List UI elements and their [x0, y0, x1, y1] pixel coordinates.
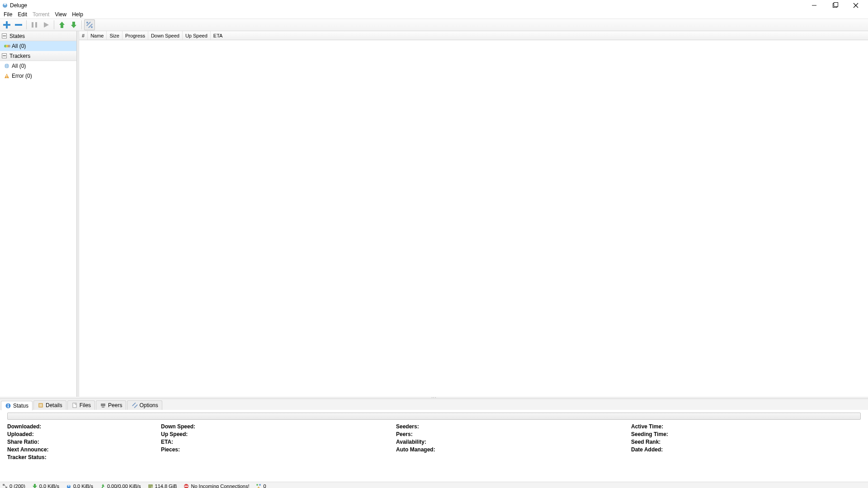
svg-point-48: [151, 487, 152, 488]
sidebar-item-trackers-error[interactable]: Error (0): [0, 71, 76, 81]
sb-connections[interactable]: 0 (200): [2, 483, 25, 488]
queue-down-button[interactable]: [68, 19, 79, 30]
toolbar-separator: [54, 20, 54, 29]
upload-icon: [66, 483, 72, 488]
sb-protocol[interactable]: 0.00/0.00 KiB/s: [99, 483, 141, 488]
status-label: Downloaded:: [7, 423, 161, 430]
arrow-up-icon: [58, 21, 66, 28]
svg-rect-36: [101, 404, 105, 406]
sb-value: No Incoming Connections!: [191, 483, 249, 488]
sidebar-item-trackers-all[interactable]: All (0): [0, 61, 76, 71]
play-icon: [43, 22, 49, 28]
status-label: Next Announce:: [7, 446, 161, 453]
maximize-button[interactable]: [825, 0, 845, 10]
network-icon: [2, 483, 8, 488]
col-progress[interactable]: Progress: [123, 31, 148, 40]
queue-up-button[interactable]: [57, 19, 67, 30]
tab-label: Peers: [108, 402, 122, 408]
files-icon: [71, 402, 78, 408]
menu-torrent: Torrent: [30, 11, 52, 18]
tab-label: Files: [80, 402, 91, 408]
status-bar: 0 (200) 0.0 KiB/s 0.0 KiB/s 0.00/0.00 Ki…: [0, 482, 868, 488]
status-label: Date Added:: [631, 446, 861, 453]
col-size[interactable]: Size: [107, 31, 122, 40]
tab-label: Status: [13, 403, 28, 409]
window-title: Deluge: [10, 2, 27, 9]
col-name[interactable]: Name: [88, 31, 107, 40]
sidebar-group-label: Trackers: [9, 53, 30, 59]
status-label: Availability:: [396, 439, 631, 445]
sb-value: 0.0 KiB/s: [73, 483, 93, 488]
svg-marker-46: [101, 484, 104, 488]
status-label: Seed Rank:: [631, 439, 861, 445]
svg-rect-39: [132, 403, 136, 406]
svg-rect-40: [3, 484, 5, 486]
status-label: Pieces:: [161, 446, 396, 453]
peers-icon: [100, 402, 106, 408]
sidebar-item-states-all[interactable]: All (0): [0, 41, 76, 51]
main-area: States All (0) Trackers All (0) Error (0…: [0, 31, 868, 397]
sidebar-group-trackers[interactable]: Trackers: [0, 51, 76, 61]
resume-button[interactable]: [41, 19, 52, 30]
sb-warning[interactable]: No Incoming Connections!: [183, 483, 249, 488]
close-button[interactable]: [845, 0, 866, 10]
status-label: Peers:: [396, 431, 631, 437]
col-index[interactable]: #: [79, 31, 88, 40]
sb-up-speed[interactable]: 0.0 KiB/s: [66, 483, 93, 488]
horizontal-splitter[interactable]: [0, 397, 868, 399]
svg-rect-4: [834, 2, 838, 6]
svg-rect-11: [35, 22, 37, 28]
add-torrent-button[interactable]: [1, 19, 12, 30]
status-label: Uploaded:: [7, 431, 161, 437]
svg-point-21: [8, 45, 10, 47]
torrent-list: # Name Size Progress Down Speed Up Speed…: [79, 31, 868, 397]
sb-dht[interactable]: 0: [255, 483, 266, 488]
details-tabs: Status Details Files Peers Options: [0, 399, 868, 410]
remove-torrent-button[interactable]: [13, 19, 24, 30]
disk-icon: [147, 483, 154, 488]
svg-point-53: [258, 487, 259, 488]
no-entry-icon: [183, 483, 189, 488]
menu-file[interactable]: File: [1, 11, 15, 18]
sb-disk[interactable]: 114.8 GiB: [147, 483, 177, 488]
menu-edit[interactable]: Edit: [15, 11, 30, 18]
sidebar-item-label: All (0): [12, 63, 26, 69]
collapse-icon[interactable]: [2, 53, 7, 58]
sidebar-item-label: All (0): [12, 43, 26, 49]
tab-label: Details: [46, 402, 62, 408]
sidebar-group-states[interactable]: States: [0, 31, 76, 41]
pause-button[interactable]: [29, 19, 40, 30]
minimize-button[interactable]: [804, 0, 825, 10]
menu-help[interactable]: Help: [69, 11, 86, 18]
status-label: Active Time:: [631, 423, 861, 430]
sb-value: 0 (200): [9, 483, 25, 488]
svg-point-18: [91, 26, 93, 28]
status-label: Share Ratio:: [7, 439, 161, 445]
app-icon: [2, 2, 8, 9]
svg-rect-29: [8, 405, 9, 408]
title-bar: Deluge: [0, 0, 868, 10]
menu-bar: File Edit Torrent View Help: [0, 10, 868, 19]
svg-rect-50: [184, 486, 188, 487]
tab-peers[interactable]: Peers: [96, 400, 126, 410]
warning-icon: [4, 73, 10, 79]
dht-icon: [255, 483, 262, 488]
status-tab-content: Downloaded: Down Speed: Seeders: Active …: [0, 410, 868, 482]
col-up-speed[interactable]: Up Speed: [183, 31, 211, 40]
svg-marker-13: [59, 22, 65, 28]
list-body[interactable]: [79, 40, 868, 397]
tab-status[interactable]: Status: [1, 401, 33, 410]
sb-down-speed[interactable]: 0.0 KiB/s: [32, 483, 59, 488]
col-down-speed[interactable]: Down Speed: [148, 31, 183, 40]
menu-view[interactable]: View: [52, 11, 69, 18]
status-label: Tracker Status:: [7, 454, 161, 460]
svg-marker-43: [33, 484, 37, 488]
tab-details[interactable]: Details: [33, 400, 66, 410]
svg-rect-30: [8, 404, 9, 405]
tab-options[interactable]: Options: [127, 400, 162, 410]
col-eta[interactable]: ETA: [211, 31, 226, 40]
preferences-button[interactable]: [84, 19, 95, 30]
tab-files[interactable]: Files: [67, 400, 95, 410]
svg-rect-35: [73, 403, 76, 408]
collapse-icon[interactable]: [2, 33, 7, 38]
